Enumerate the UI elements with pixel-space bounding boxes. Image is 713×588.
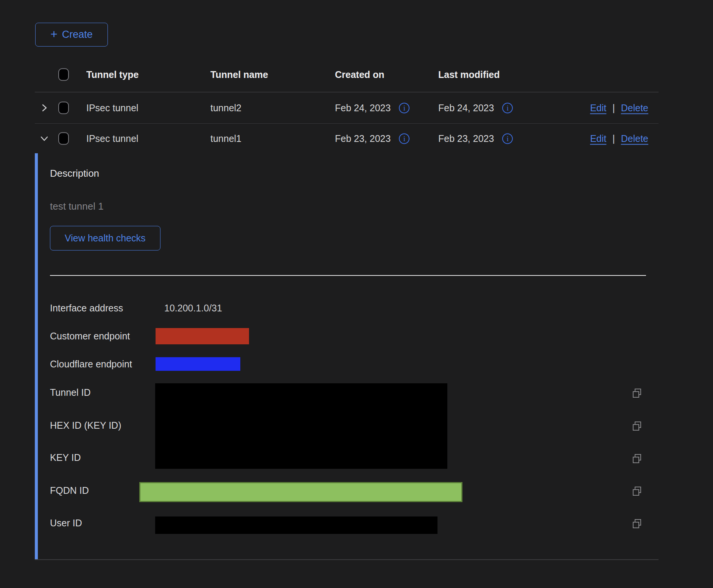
separator: |	[612, 133, 615, 144]
tunnel-id-label: Tunnel ID	[50, 387, 90, 398]
delete-link[interactable]: Delete	[621, 103, 648, 114]
copy-icon	[631, 387, 643, 399]
row-checkbox[interactable]	[58, 132, 69, 145]
last-modified-date: Feb 24, 2023	[438, 103, 494, 114]
copy-fqdn-id-button[interactable]	[631, 485, 643, 497]
copy-tunnel-id-button[interactable]	[631, 387, 643, 399]
col-header-last-modified: Last modified	[438, 69, 500, 80]
info-icon[interactable]: i	[502, 133, 513, 144]
copy-icon	[631, 420, 643, 432]
customer-endpoint-label: Customer endpoint	[50, 331, 130, 342]
table-row-tunnel2: IPsec tunnel tunnel2 Feb 24, 2023 i Feb …	[35, 92, 659, 124]
edit-link[interactable]: Edit	[590, 133, 606, 144]
user-id-redacted-value	[155, 516, 437, 534]
collapse-row-button[interactable]	[39, 134, 49, 143]
user-id-label: User ID	[50, 518, 82, 529]
created-on-cell: Feb 23, 2023 i	[335, 133, 409, 144]
copy-key-id-button[interactable]	[631, 453, 643, 464]
delete-link[interactable]: Delete	[621, 133, 648, 144]
expansion-accent-bar	[35, 153, 38, 559]
last-modified-cell: Feb 23, 2023 i	[438, 133, 513, 144]
section-divider	[50, 275, 646, 276]
cloudflare-endpoint-label: Cloudflare endpoint	[50, 359, 132, 370]
interface-address-value: 10.200.1.0/31	[164, 303, 222, 314]
last-modified-cell: Feb 24, 2023 i	[438, 103, 513, 114]
copy-user-id-button[interactable]	[631, 518, 643, 529]
tunnels-table: Tunnel type Tunnel name Created on Last …	[35, 57, 659, 153]
expanded-tunnel-details: Description test tunnel 1 View health ch…	[0, 151, 713, 588]
view-health-checks-button[interactable]: View health checks	[50, 226, 160, 250]
info-icon[interactable]: i	[399, 103, 409, 113]
created-on-date: Feb 24, 2023	[335, 103, 391, 114]
description-label: Description	[50, 168, 99, 179]
created-on-cell: Feb 24, 2023 i	[335, 103, 409, 114]
cloudflare-endpoint-redacted-value	[156, 357, 240, 371]
fqdn-id-redacted-value	[139, 482, 462, 502]
info-icon[interactable]: i	[502, 103, 513, 113]
table-header-row: Tunnel type Tunnel name Created on Last …	[35, 57, 659, 92]
table-row-tunnel1: IPsec tunnel tunnel1 Feb 23, 2023 i Feb …	[35, 124, 659, 153]
chevron-right-icon	[39, 103, 49, 113]
col-header-created-on: Created on	[335, 69, 385, 80]
separator: |	[612, 103, 615, 114]
fqdn-id-label: FQDN ID	[50, 485, 89, 496]
create-button-label: Create	[62, 29, 93, 40]
panel-bottom-divider	[35, 559, 659, 560]
tunnel-type-cell: IPsec tunnel	[86, 103, 139, 114]
copy-icon	[631, 485, 643, 497]
tunnel-type-cell: IPsec tunnel	[86, 133, 139, 144]
copy-hex-id-button[interactable]	[631, 420, 643, 432]
interface-address-label: Interface address	[50, 303, 123, 314]
info-icon[interactable]: i	[399, 133, 409, 144]
col-header-tunnel-type: Tunnel type	[86, 69, 139, 80]
copy-icon	[631, 453, 643, 464]
tunnel-hex-key-id-redacted-value	[155, 383, 447, 469]
col-header-tunnel-name: Tunnel name	[210, 69, 268, 80]
edit-link[interactable]: Edit	[590, 103, 606, 114]
row-checkbox[interactable]	[58, 102, 69, 114]
create-button[interactable]: + Create	[35, 23, 108, 47]
expand-row-button[interactable]	[39, 103, 49, 113]
hex-id-label: HEX ID (KEY ID)	[50, 420, 121, 431]
tunnel-name-cell: tunnel2	[210, 103, 241, 114]
last-modified-date: Feb 23, 2023	[438, 133, 494, 144]
tunnel-name-cell: tunnel1	[210, 133, 241, 144]
key-id-label: KEY ID	[50, 452, 81, 463]
description-value: test tunnel 1	[50, 201, 104, 212]
customer-endpoint-redacted-value	[156, 328, 249, 344]
copy-icon	[631, 518, 643, 529]
ipsec-tunnels-page: + Create Tunnel type Tunnel name Created…	[0, 0, 713, 588]
plus-icon: +	[50, 28, 58, 40]
created-on-date: Feb 23, 2023	[335, 133, 391, 144]
chevron-down-icon	[39, 134, 49, 143]
select-all-checkbox[interactable]	[58, 68, 69, 81]
